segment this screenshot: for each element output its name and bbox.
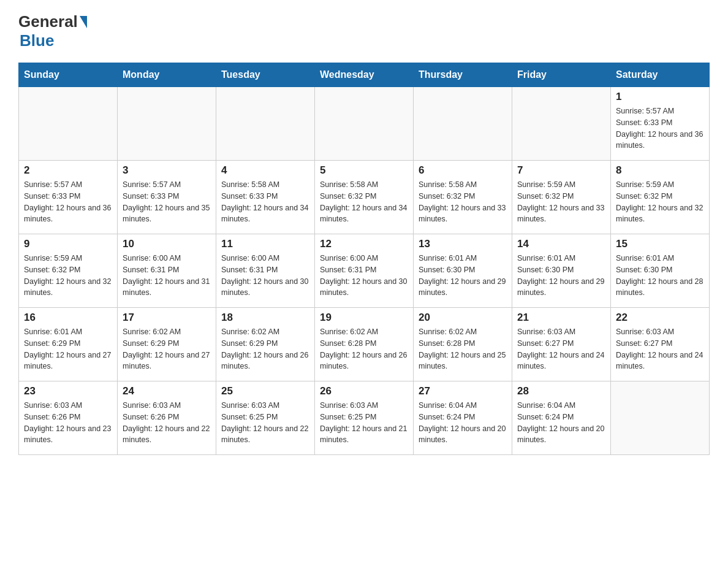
day-info: Sunrise: 6:04 AMSunset: 6:24 PMDaylight:… [517,400,605,446]
day-of-week-header: Sunday [19,63,118,87]
logo-general-text: General [18,12,87,31]
day-info: Sunrise: 5:58 AMSunset: 6:32 PMDaylight:… [419,179,507,225]
day-info: Sunrise: 5:57 AMSunset: 6:33 PMDaylight:… [616,105,704,151]
day-info: Sunrise: 6:03 AMSunset: 6:26 PMDaylight:… [123,400,211,446]
day-of-week-header: Saturday [611,63,710,87]
calendar-body: 1Sunrise: 5:57 AMSunset: 6:33 PMDaylight… [19,87,710,455]
day-info: Sunrise: 5:57 AMSunset: 6:33 PMDaylight:… [123,179,211,225]
calendar-day-cell: 22Sunrise: 6:03 AMSunset: 6:27 PMDayligh… [611,308,710,381]
calendar-week-row: 2Sunrise: 5:57 AMSunset: 6:33 PMDaylight… [19,161,710,234]
day-number: 20 [419,312,507,324]
day-info: Sunrise: 6:03 AMSunset: 6:27 PMDaylight:… [616,326,704,372]
calendar-day-cell: 4Sunrise: 5:58 AMSunset: 6:33 PMDaylight… [216,161,315,234]
logo-blue-word: Blue [20,31,54,50]
calendar-day-cell [512,87,611,161]
calendar-day-cell: 6Sunrise: 5:58 AMSunset: 6:32 PMDaylight… [414,161,512,234]
day-info: Sunrise: 6:02 AMSunset: 6:29 PMDaylight:… [123,326,211,372]
header: General Blue [18,12,710,50]
day-number: 28 [517,385,605,397]
day-number: 8 [616,164,704,177]
day-info: Sunrise: 6:03 AMSunset: 6:25 PMDaylight:… [320,400,408,446]
calendar-day-cell: 14Sunrise: 6:01 AMSunset: 6:30 PMDayligh… [512,234,611,308]
day-info: Sunrise: 6:01 AMSunset: 6:30 PMDaylight:… [419,253,507,299]
day-number: 10 [123,238,211,250]
calendar-day-cell: 1Sunrise: 5:57 AMSunset: 6:33 PMDaylight… [611,87,710,161]
calendar-day-cell: 18Sunrise: 6:02 AMSunset: 6:29 PMDayligh… [216,308,315,381]
calendar-day-cell [118,87,216,161]
day-info: Sunrise: 5:59 AMSunset: 6:32 PMDaylight:… [24,253,112,299]
day-number: 3 [123,164,211,177]
calendar-day-cell: 9Sunrise: 5:59 AMSunset: 6:32 PMDaylight… [19,234,118,308]
day-number: 5 [320,164,408,177]
calendar-day-cell: 26Sunrise: 6:03 AMSunset: 6:25 PMDayligh… [315,381,414,455]
day-number: 7 [517,164,605,177]
day-info: Sunrise: 6:02 AMSunset: 6:28 PMDaylight:… [419,326,507,372]
day-info: Sunrise: 6:01 AMSunset: 6:30 PMDaylight:… [616,253,704,299]
calendar-day-cell: 5Sunrise: 5:58 AMSunset: 6:32 PMDaylight… [315,161,414,234]
day-number: 16 [24,312,112,324]
days-of-week-row: SundayMondayTuesdayWednesdayThursdayFrid… [19,63,710,87]
day-info: Sunrise: 6:04 AMSunset: 6:24 PMDaylight:… [419,400,507,446]
day-info: Sunrise: 5:57 AMSunset: 6:33 PMDaylight:… [24,179,112,225]
calendar-day-cell [611,381,710,455]
calendar-day-cell: 11Sunrise: 6:00 AMSunset: 6:31 PMDayligh… [216,234,315,308]
day-info: Sunrise: 6:01 AMSunset: 6:29 PMDaylight:… [24,326,112,372]
day-number: 17 [123,312,211,324]
day-info: Sunrise: 6:02 AMSunset: 6:28 PMDaylight:… [320,326,408,372]
calendar-day-cell: 3Sunrise: 5:57 AMSunset: 6:33 PMDaylight… [118,161,216,234]
day-number: 13 [419,238,507,250]
day-info: Sunrise: 6:03 AMSunset: 6:26 PMDaylight:… [24,400,112,446]
day-number: 19 [320,312,408,324]
day-of-week-header: Tuesday [216,63,315,87]
calendar-header: SundayMondayTuesdayWednesdayThursdayFrid… [19,63,710,87]
calendar-day-cell: 17Sunrise: 6:02 AMSunset: 6:29 PMDayligh… [118,308,216,381]
calendar-day-cell: 19Sunrise: 6:02 AMSunset: 6:28 PMDayligh… [315,308,414,381]
day-of-week-header: Monday [118,63,216,87]
calendar-table: SundayMondayTuesdayWednesdayThursdayFrid… [18,63,710,455]
day-of-week-header: Wednesday [315,63,414,87]
calendar-day-cell: 13Sunrise: 6:01 AMSunset: 6:30 PMDayligh… [414,234,512,308]
calendar-day-cell: 8Sunrise: 5:59 AMSunset: 6:32 PMDaylight… [611,161,710,234]
calendar-day-cell: 7Sunrise: 5:59 AMSunset: 6:32 PMDaylight… [512,161,611,234]
day-info: Sunrise: 6:02 AMSunset: 6:29 PMDaylight:… [221,326,309,372]
day-number: 12 [320,238,408,250]
day-info: Sunrise: 5:58 AMSunset: 6:33 PMDaylight:… [221,179,309,225]
calendar-day-cell [19,87,118,161]
logo: General Blue [18,12,87,50]
calendar-day-cell: 2Sunrise: 5:57 AMSunset: 6:33 PMDaylight… [19,161,118,234]
calendar-day-cell: 25Sunrise: 6:03 AMSunset: 6:25 PMDayligh… [216,381,315,455]
day-of-week-header: Thursday [414,63,512,87]
calendar-day-cell: 27Sunrise: 6:04 AMSunset: 6:24 PMDayligh… [414,381,512,455]
day-info: Sunrise: 5:58 AMSunset: 6:32 PMDaylight:… [320,179,408,225]
calendar-day-cell: 23Sunrise: 6:03 AMSunset: 6:26 PMDayligh… [19,381,118,455]
day-number: 27 [419,385,507,397]
day-of-week-header: Friday [512,63,611,87]
calendar-day-cell: 10Sunrise: 6:00 AMSunset: 6:31 PMDayligh… [118,234,216,308]
day-number: 1 [616,91,704,103]
day-number: 4 [221,164,309,177]
day-number: 22 [616,312,704,324]
day-number: 11 [221,238,309,250]
calendar-day-cell: 15Sunrise: 6:01 AMSunset: 6:30 PMDayligh… [611,234,710,308]
calendar-week-row: 9Sunrise: 5:59 AMSunset: 6:32 PMDaylight… [19,234,710,308]
day-info: Sunrise: 5:59 AMSunset: 6:32 PMDaylight:… [517,179,605,225]
day-number: 2 [24,164,112,177]
calendar-day-cell: 12Sunrise: 6:00 AMSunset: 6:31 PMDayligh… [315,234,414,308]
day-info: Sunrise: 6:00 AMSunset: 6:31 PMDaylight:… [320,253,408,299]
day-info: Sunrise: 6:03 AMSunset: 6:27 PMDaylight:… [517,326,605,372]
calendar-day-cell: 16Sunrise: 6:01 AMSunset: 6:29 PMDayligh… [19,308,118,381]
day-number: 23 [24,385,112,397]
calendar-week-row: 23Sunrise: 6:03 AMSunset: 6:26 PMDayligh… [19,381,710,455]
calendar-day-cell: 24Sunrise: 6:03 AMSunset: 6:26 PMDayligh… [118,381,216,455]
day-info: Sunrise: 6:03 AMSunset: 6:25 PMDaylight:… [221,400,309,446]
day-info: Sunrise: 6:00 AMSunset: 6:31 PMDaylight:… [123,253,211,299]
day-number: 24 [123,385,211,397]
day-number: 25 [221,385,309,397]
calendar-week-row: 1Sunrise: 5:57 AMSunset: 6:33 PMDaylight… [19,87,710,161]
day-number: 21 [517,312,605,324]
day-info: Sunrise: 6:01 AMSunset: 6:30 PMDaylight:… [517,253,605,299]
calendar-week-row: 16Sunrise: 6:01 AMSunset: 6:29 PMDayligh… [19,308,710,381]
day-info: Sunrise: 6:00 AMSunset: 6:31 PMDaylight:… [221,253,309,299]
logo-general-word: General [18,12,78,31]
calendar-day-cell: 20Sunrise: 6:02 AMSunset: 6:28 PMDayligh… [414,308,512,381]
